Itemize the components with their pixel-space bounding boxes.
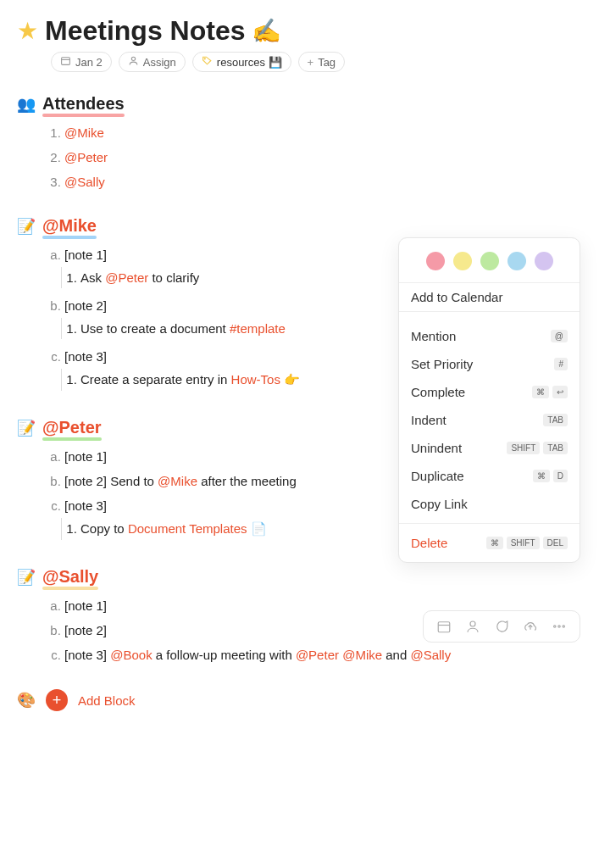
note-label: [note 1] — [64, 248, 107, 262]
svg-point-9 — [563, 626, 564, 627]
link[interactable]: How-Tos — [231, 372, 280, 387]
menu-copy-link[interactable]: Copy Link — [399, 490, 580, 518]
menu-label: Mention — [411, 329, 456, 343]
color-purple[interactable] — [535, 252, 553, 270]
text: after the meeting — [197, 474, 297, 488]
menu-delete[interactable]: Delete ⌘ SHIFT DEL — [399, 524, 580, 562]
mention[interactable]: @Peter — [64, 150, 108, 164]
text: Use to create a document — [80, 321, 230, 336]
color-picker-row — [399, 238, 580, 282]
mention[interactable]: @Mike — [158, 474, 197, 488]
date-pill[interactable]: Jan 2 — [51, 52, 112, 72]
menu-add-to-calendar[interactable]: Add to Calendar — [399, 283, 580, 311]
key: TAB — [543, 414, 568, 426]
key: SHIFT — [507, 442, 540, 454]
sally-title[interactable]: @Sally — [42, 567, 98, 587]
upload-icon[interactable] — [522, 618, 539, 635]
svg-rect-0 — [62, 58, 70, 65]
svg-point-8 — [558, 626, 560, 627]
chat-icon[interactable] — [493, 618, 510, 635]
mention[interactable]: @Peter — [296, 648, 339, 662]
tag-icon — [202, 55, 213, 69]
list-item[interactable]: @Sally — [64, 170, 582, 194]
text: to clarify — [148, 270, 199, 285]
underline-yellow — [42, 587, 98, 590]
page-title[interactable]: Meetings Notes — [45, 15, 245, 47]
key: SHIFT — [507, 537, 540, 549]
tag-resources-label: resources 💾 — [217, 56, 282, 69]
key: @ — [551, 330, 568, 342]
list-item[interactable]: [note 3] @Book a follow-up meeting with … — [64, 643, 582, 667]
writing-hand-icon: ✍️ — [252, 17, 281, 45]
menu-label: Set Priority — [411, 357, 473, 371]
tag-resources-pill[interactable]: resources 💾 — [192, 52, 291, 72]
mention[interactable]: @Mike — [342, 648, 382, 662]
hashtag[interactable]: #template — [230, 321, 286, 336]
menu-duplicate[interactable]: Duplicate ⌘ D — [399, 462, 580, 490]
context-menu: Add to Calendar Mention @ Set Priority #… — [398, 237, 580, 563]
svg-point-7 — [554, 626, 556, 627]
star-icon[interactable]: ★ — [17, 17, 38, 45]
pointing-hand-icon: 👉 — [284, 372, 300, 387]
color-yellow[interactable] — [453, 252, 472, 270]
key: ⌘ — [486, 537, 503, 549]
mike-title-text: @Mike — [42, 216, 97, 235]
add-block-label[interactable]: Add Block — [78, 693, 136, 708]
svg-point-2 — [131, 57, 135, 60]
key: ↩ — [552, 386, 568, 398]
mention[interactable]: @Sally — [64, 175, 105, 189]
note-label: [note 1] — [64, 449, 107, 464]
menu-indent[interactable]: Indent TAB — [399, 406, 580, 434]
add-block-button[interactable]: + — [46, 689, 68, 711]
key: D — [553, 470, 568, 482]
person-icon[interactable] — [464, 618, 481, 635]
person-icon — [128, 55, 139, 69]
text: [note 3] — [64, 648, 110, 662]
text: Ask — [80, 270, 105, 285]
list-item[interactable]: @Mike — [64, 120, 582, 145]
mention[interactable]: @Peter — [105, 270, 148, 285]
note-label: [note 2] — [64, 623, 107, 637]
menu-set-priority[interactable]: Set Priority # — [399, 350, 580, 378]
attendees-title[interactable]: Attendees — [42, 94, 125, 114]
key: DEL — [543, 537, 568, 549]
menu-label: Unindent — [411, 441, 462, 455]
color-pink[interactable] — [426, 252, 445, 270]
calendar-icon[interactable] — [435, 618, 452, 635]
mention[interactable]: @Book — [110, 648, 152, 662]
calendar-icon — [60, 55, 71, 69]
page-icon: 📄 — [251, 521, 267, 536]
text: [note 2] Send to — [64, 474, 158, 488]
text: Create a separate entry in — [80, 372, 231, 387]
list-item[interactable]: @Peter — [64, 145, 582, 170]
sally-title-text: @Sally — [42, 567, 98, 586]
attendees-list: @Mike @Peter @Sally — [17, 120, 582, 194]
plus-icon: + — [308, 56, 314, 69]
underline-green — [42, 437, 102, 441]
color-green[interactable] — [480, 252, 499, 270]
more-icon[interactable] — [551, 618, 568, 635]
note-icon: 📝 — [17, 568, 36, 587]
section-attendees: 👥 Attendees @Mike @Peter @Sally — [17, 94, 582, 194]
key: TAB — [543, 442, 568, 454]
menu-label: Copy Link — [411, 497, 468, 511]
menu-unindent[interactable]: Unindent SHIFT TAB — [399, 434, 580, 462]
note-icon: 📝 — [17, 419, 36, 437]
assign-pill[interactable]: Assign — [119, 52, 186, 72]
menu-complete[interactable]: Complete ⌘ ↩ — [399, 378, 580, 406]
menu-mention[interactable]: Mention @ — [399, 317, 580, 350]
mention[interactable]: @Sally — [410, 648, 451, 662]
menu-group: Mention @ Set Priority # Complete ⌘ ↩ In… — [399, 312, 580, 523]
link[interactable]: Document Templates — [128, 521, 247, 536]
mention[interactable]: @Mike — [64, 125, 104, 140]
color-blue[interactable] — [507, 252, 526, 270]
add-tag-pill[interactable]: + Tag — [298, 52, 346, 72]
palette-icon[interactable]: 🎨 — [17, 691, 36, 709]
peter-title-text: @Peter — [42, 418, 102, 437]
date-label: Jan 2 — [75, 56, 103, 69]
underline-blue — [42, 236, 97, 239]
peter-title[interactable]: @Peter — [42, 418, 102, 437]
mini-toolbar — [423, 610, 580, 643]
mike-title[interactable]: @Mike — [42, 216, 97, 236]
svg-point-6 — [470, 621, 475, 626]
